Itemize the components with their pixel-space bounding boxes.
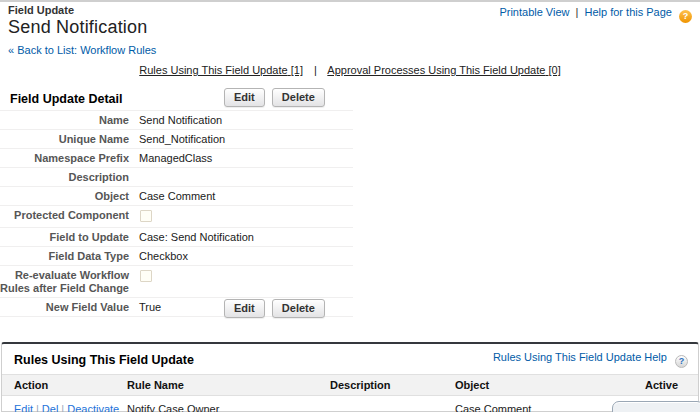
field-label: Unique Name	[0, 133, 139, 146]
related-list-header: Rules Using This Field Update Rules Usin…	[2, 344, 698, 374]
object-cell: Case Comment	[443, 396, 633, 412]
column-header-description: Description	[318, 375, 443, 396]
detail-row-field-data-type: Field Data Type Checkbox	[0, 247, 353, 266]
detail-rows: Name Send Notification Unique Name Send_…	[0, 110, 353, 317]
detail-row-object: Object Case Comment	[0, 187, 353, 206]
edit-button[interactable]: Edit	[224, 299, 265, 318]
help-icon[interactable]: ?	[679, 10, 692, 23]
rule-name-cell: Notify Case Owner	[115, 396, 318, 412]
field-value: Case Comment	[139, 190, 353, 203]
usage-links: Rules Using This Field Update [1] | Appr…	[0, 64, 700, 76]
field-value: Send Notification	[139, 114, 353, 127]
field-value	[139, 269, 353, 285]
entity-type-label: Field Update	[8, 4, 156, 16]
field-label: Namespace Prefix	[0, 152, 139, 165]
delete-button[interactable]: Delete	[272, 299, 325, 318]
page-top-divider	[0, 0, 700, 2]
page-header: Field Update Send Notification « Back to…	[8, 4, 156, 56]
rules-using-link[interactable]: Rules Using This Field Update [1]	[139, 64, 303, 76]
field-value: Case: Send Notification	[139, 231, 353, 244]
field-label: Re-evaluate Workflow Rules after Field C…	[0, 269, 139, 295]
detail-row-name: Name Send Notification	[0, 111, 353, 130]
usage-links-separator: |	[314, 64, 317, 76]
field-label: Name	[0, 114, 139, 127]
field-value: ManagedClass	[139, 152, 353, 165]
detail-row-description: Description	[0, 168, 353, 187]
field-value: Checkbox	[139, 250, 353, 263]
action-cell: Edit|Del|Deactivate	[2, 396, 115, 412]
row-del-link[interactable]: Del	[42, 403, 59, 412]
unchecked-checkbox-icon	[140, 210, 152, 222]
detail-buttons-top: Edit Delete	[224, 88, 329, 107]
unchecked-checkbox-icon	[140, 270, 152, 282]
back-to-list-link[interactable]: « Back to List: Workflow Rules	[8, 44, 156, 56]
field-label: Description	[0, 171, 139, 184]
row-deactivate-link[interactable]: Deactivate	[67, 403, 119, 412]
toolbar-separator: |	[576, 6, 579, 18]
rules-table-header-row: Action Rule Name Description Object Acti…	[2, 375, 698, 396]
field-label: Field to Update	[0, 231, 139, 244]
approval-processes-link[interactable]: Approval Processes Using This Field Upda…	[327, 64, 560, 76]
column-header-rule-name: Rule Name	[115, 375, 318, 396]
detail-row-field-to-update: Field to Update Case: Send Notification	[0, 228, 353, 247]
related-list-help: Rules Using This Field Update Help ?	[493, 351, 688, 368]
approval-processes-count: [0]	[548, 64, 560, 76]
row-edit-link[interactable]: Edit	[14, 403, 33, 412]
field-label: New Field Value	[0, 301, 139, 314]
field-value: Send_Notification	[139, 133, 353, 146]
page-title: Send Notification	[8, 17, 156, 38]
related-list-title: Rules Using This Field Update	[14, 353, 194, 367]
detail-row-namespace-prefix: Namespace Prefix ManagedClass	[0, 149, 353, 168]
detail-row-unique-name: Unique Name Send_Notification	[0, 130, 353, 149]
approval-processes-link-label: Approval Processes Using This Field Upda…	[327, 64, 545, 76]
rules-table: Action Rule Name Description Object Acti…	[2, 374, 698, 412]
delete-button[interactable]: Delete	[272, 88, 325, 107]
detail-section-title: Field Update Detail	[10, 92, 123, 106]
field-value	[139, 209, 353, 225]
rule-name-link[interactable]: Notify Case Owner	[127, 403, 219, 412]
rules-using-count: [1]	[291, 64, 303, 76]
help-for-this-page-link[interactable]: Help for this Page	[585, 6, 672, 18]
action-separator: |	[61, 403, 64, 412]
related-help-icon[interactable]: ?	[675, 355, 688, 368]
field-update-detail-page: { "header": { "eyebrow": "Field Update",…	[0, 0, 700, 412]
column-header-action: Action	[2, 375, 115, 396]
detail-buttons-bottom: Edit Delete	[224, 299, 329, 318]
detail-row-reevaluate-workflow: Re-evaluate Workflow Rules after Field C…	[0, 266, 353, 298]
printable-view-link[interactable]: Printable View	[499, 6, 569, 18]
rules-using-related-list: Rules Using This Field Update Rules Usin…	[1, 342, 699, 412]
detail-row-protected-component: Protected Component	[0, 206, 353, 228]
rules-using-link-label: Rules Using This Field Update	[139, 64, 287, 76]
description-cell	[318, 396, 443, 412]
page-toolbar: Printable View | Help for this Page ?	[499, 6, 692, 23]
field-label: Protected Component	[0, 209, 139, 222]
edit-button[interactable]: Edit	[224, 88, 265, 107]
collapsed-panel-tab[interactable]	[612, 401, 700, 412]
column-header-object: Object	[443, 375, 633, 396]
column-header-active: Active	[633, 375, 698, 396]
related-list-help-link[interactable]: Rules Using This Field Update Help	[493, 351, 667, 363]
action-separator: |	[36, 403, 39, 412]
table-row: Edit|Del|Deactivate Notify Case Owner Ca…	[2, 396, 698, 412]
field-label: Field Data Type	[0, 250, 139, 263]
field-label: Object	[0, 190, 139, 203]
